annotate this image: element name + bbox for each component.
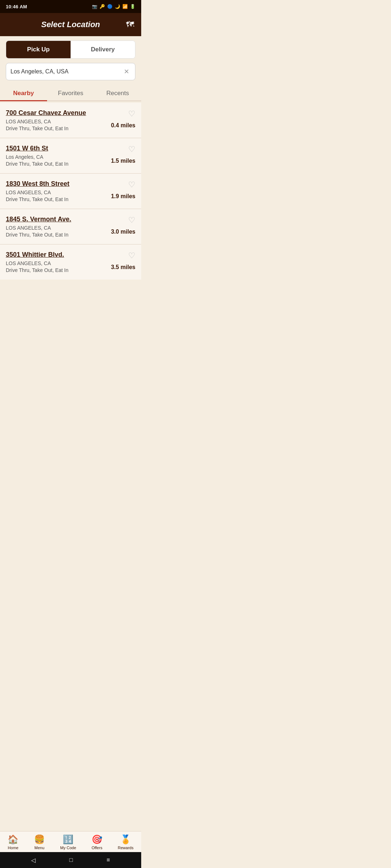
tab-recents[interactable]: Recents — [94, 85, 141, 101]
location-info-2: 1830 West 8th Street LOS ANGELES, CA Dri… — [6, 180, 107, 202]
favorite-button-0[interactable]: ♡ — [128, 109, 135, 119]
pickup-button[interactable]: Pick Up — [6, 41, 71, 58]
location-distance-2: 1.9 miles — [111, 193, 135, 200]
order-type-toggle: Pick Up Delivery — [6, 41, 135, 59]
location-info-1: 1501 W 6th St Los Angeles, CA Drive Thru… — [6, 145, 107, 167]
location-city-2: LOS ANGELES, CA — [6, 190, 107, 195]
location-distance-0: 0.4 miles — [111, 122, 135, 129]
location-services-0: Drive Thru, Take Out, Eat In — [6, 125, 107, 131]
location-city-3: LOS ANGELES, CA — [6, 225, 107, 231]
location-services-2: Drive Thru, Take Out, Eat In — [6, 196, 107, 202]
filter-tabs: Nearby Favorites Recents — [0, 85, 141, 101]
location-item-4[interactable]: 3501 Whittier Blvd. LOS ANGELES, CA Driv… — [0, 244, 141, 280]
location-city-4: LOS ANGELES, CA — [6, 260, 107, 266]
favorite-button-4[interactable]: ♡ — [128, 251, 135, 260]
location-address-4: 3501 Whittier Blvd. — [6, 251, 107, 259]
location-item-1[interactable]: 1501 W 6th St Los Angeles, CA Drive Thru… — [0, 138, 141, 174]
wifi-icon: 📶 — [122, 4, 128, 9]
location-right-4: ♡ 3.5 miles — [107, 251, 135, 271]
status-time: 10:46 AM — [6, 4, 27, 9]
location-right-3: ♡ 3.0 miles — [107, 216, 135, 235]
location-right-0: ♡ 0.4 miles — [107, 109, 135, 129]
location-distance-4: 3.5 miles — [111, 264, 135, 271]
location-info-4: 3501 Whittier Blvd. LOS ANGELES, CA Driv… — [6, 251, 107, 273]
favorite-button-3[interactable]: ♡ — [128, 216, 135, 225]
search-input[interactable] — [10, 68, 122, 75]
favorite-button-2[interactable]: ♡ — [128, 180, 135, 190]
camera-icon: 📷 — [92, 4, 97, 9]
location-right-1: ♡ 1.5 miles — [107, 145, 135, 164]
location-distance-3: 3.0 miles — [111, 229, 135, 235]
location-info-3: 1845 S. Vermont Ave. LOS ANGELES, CA Dri… — [6, 216, 107, 238]
location-address-3: 1845 S. Vermont Ave. — [6, 216, 107, 223]
clear-search-button[interactable]: ✕ — [122, 66, 131, 77]
location-services-3: Drive Thru, Take Out, Eat In — [6, 232, 107, 238]
moon-icon: 🌙 — [115, 4, 120, 9]
location-right-2: ♡ 1.9 miles — [107, 180, 135, 200]
favorite-button-1[interactable]: ♡ — [128, 145, 135, 154]
search-container: ✕ — [6, 63, 135, 80]
delivery-button[interactable]: Delivery — [71, 41, 135, 58]
location-item-0[interactable]: 700 Cesar Chavez Avenue LOS ANGELES, CA … — [0, 103, 141, 138]
location-item-3[interactable]: 1845 S. Vermont Ave. LOS ANGELES, CA Dri… — [0, 209, 141, 244]
key-icon: 🔑 — [100, 4, 105, 9]
location-distance-1: 1.5 miles — [111, 158, 135, 164]
location-address-2: 1830 West 8th Street — [6, 180, 107, 188]
tab-favorites[interactable]: Favorites — [47, 85, 94, 101]
tab-nearby[interactable]: Nearby — [0, 85, 47, 101]
page-header: Select Location 🗺 — [0, 13, 141, 36]
location-list: 700 Cesar Chavez Avenue LOS ANGELES, CA … — [0, 103, 141, 280]
battery-icon: 🔋 — [130, 4, 135, 9]
status-icons: 📷 🔑 🔵 🌙 📶 🔋 — [92, 4, 135, 9]
map-icon[interactable]: 🗺 — [126, 20, 134, 29]
status-bar: 10:46 AM 📷 🔑 🔵 🌙 📶 🔋 — [0, 0, 141, 13]
location-city-0: LOS ANGELES, CA — [6, 119, 107, 124]
location-services-1: Drive Thru, Take Out, Eat In — [6, 161, 107, 167]
bluetooth-icon: 🔵 — [107, 4, 113, 9]
location-address-1: 1501 W 6th St — [6, 145, 107, 152]
location-info-0: 700 Cesar Chavez Avenue LOS ANGELES, CA … — [6, 109, 107, 131]
page-title: Select Location — [41, 20, 100, 29]
location-address-0: 700 Cesar Chavez Avenue — [6, 109, 107, 117]
location-item-2[interactable]: 1830 West 8th Street LOS ANGELES, CA Dri… — [0, 174, 141, 209]
location-services-4: Drive Thru, Take Out, Eat In — [6, 267, 107, 273]
main-content: Pick Up Delivery ✕ Nearby Favorites Rece… — [0, 41, 141, 327]
location-city-1: Los Angeles, CA — [6, 154, 107, 160]
